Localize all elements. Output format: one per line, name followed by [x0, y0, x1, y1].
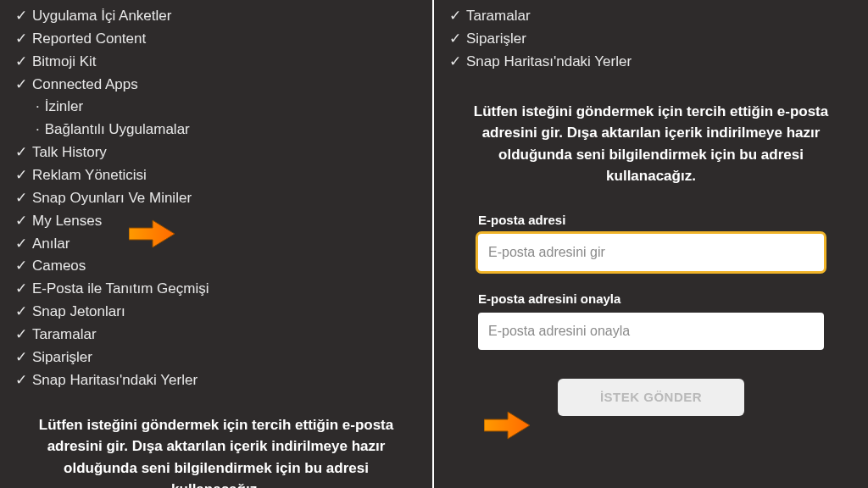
- list-item-label: E-Posta ile Tanıtım Geçmişi: [32, 278, 209, 301]
- list-item-label: Taramalar: [32, 324, 97, 347]
- list-item-label: Connected Apps: [32, 74, 138, 97]
- check-icon: ✓: [15, 74, 27, 97]
- list-item: ✓Reklam Yöneticisi: [15, 164, 417, 187]
- list-item-label: Talk History: [32, 141, 107, 164]
- confirm-email-input[interactable]: [478, 313, 824, 350]
- list-item-label: Uygulama İçi Anketler: [32, 5, 171, 28]
- list-item: ✓Anılar: [15, 233, 417, 256]
- list-item-label: Cameos: [32, 255, 86, 278]
- check-icon: ✓: [15, 141, 27, 164]
- check-icon: ✓: [15, 28, 27, 51]
- list-item-label: İzinler: [45, 98, 83, 114]
- bullet-icon: ·: [36, 121, 40, 137]
- list-item: ✓My Lenses: [15, 210, 417, 233]
- check-icon: ✓: [449, 51, 461, 74]
- list-item-label: My Lenses: [32, 210, 102, 233]
- list-item: ✓Snap Haritası'ndaki Yerler: [449, 51, 853, 74]
- list-item: ✓Siparişler: [15, 347, 417, 369]
- list-sub-item: ·İzinler: [15, 96, 417, 119]
- confirm-email-field-group: E-posta adresini onayla: [449, 291, 853, 350]
- check-icon: ✓: [15, 187, 27, 210]
- list-item: ✓Taramalar: [449, 5, 853, 28]
- check-icon: ✓: [15, 51, 27, 74]
- check-icon: ✓: [15, 369, 27, 392]
- email-input[interactable]: [478, 234, 824, 271]
- confirm-email-label: E-posta adresini onayla: [478, 291, 824, 306]
- check-icon: ✓: [15, 255, 27, 278]
- list-item-label: Reklam Yöneticisi: [32, 164, 147, 187]
- instruction-text-left: Lütfen isteğini göndermek için tercih et…: [15, 414, 417, 488]
- data-types-list-left: ✓Uygulama İçi Anketler✓Reported Content✓…: [15, 5, 417, 392]
- list-item: ✓Snap Haritası'ndaki Yerler: [15, 369, 417, 392]
- bullet-icon: ·: [36, 98, 40, 114]
- list-item-label: Snap Haritası'ndaki Yerler: [32, 369, 198, 392]
- check-icon: ✓: [15, 5, 27, 28]
- instruction-text-right: Lütfen isteğini göndermek için tercih et…: [449, 101, 853, 187]
- list-sub-item: ·Bağlantılı Uygulamalar: [15, 119, 417, 141]
- list-item-label: Reported Content: [32, 28, 146, 51]
- list-item: ✓Reported Content: [15, 28, 417, 51]
- list-item: ✓E-Posta ile Tanıtım Geçmişi: [15, 278, 417, 301]
- list-item-label: Siparişler: [32, 347, 92, 369]
- list-item: ✓Talk History: [15, 141, 417, 164]
- check-icon: ✓: [449, 5, 461, 28]
- list-item: ✓Siparişler: [449, 28, 853, 51]
- check-icon: ✓: [15, 278, 27, 301]
- list-item: ✓Bitmoji Kit: [15, 51, 417, 74]
- list-item-label: Bağlantılı Uygulamalar: [45, 121, 190, 137]
- check-icon: ✓: [15, 301, 27, 324]
- list-item-label: Snap Haritası'ndaki Yerler: [466, 51, 632, 74]
- list-item-label: Siparişler: [466, 28, 526, 51]
- list-item: ✓Snap Oyunları Ve Miniler: [15, 187, 417, 210]
- list-item: ✓Uygulama İçi Anketler: [15, 5, 417, 28]
- check-icon: ✓: [15, 164, 27, 187]
- check-icon: ✓: [15, 210, 27, 233]
- check-icon: ✓: [15, 324, 27, 347]
- list-item: ✓Taramalar: [15, 324, 417, 347]
- submit-request-button[interactable]: İSTEK GÖNDER: [558, 379, 744, 416]
- check-icon: ✓: [449, 28, 461, 51]
- highlight-arrow-icon: [129, 219, 175, 249]
- data-types-list-right: ✓Taramalar✓Siparişler✓Snap Haritası'ndak…: [449, 5, 853, 74]
- list-item-label: Snap Jetonları: [32, 301, 125, 324]
- list-item: ✓Connected Apps: [15, 74, 417, 97]
- check-icon: ✓: [15, 233, 27, 256]
- check-icon: ✓: [15, 347, 27, 369]
- email-field-group: E-posta adresi: [449, 213, 853, 271]
- list-item: ✓Cameos: [15, 255, 417, 278]
- highlight-arrow-icon: [484, 410, 530, 441]
- left-panel: ✓Uygulama İçi Anketler✓Reported Content✓…: [0, 0, 434, 488]
- list-item-label: Bitmoji Kit: [32, 51, 97, 74]
- list-item-label: Snap Oyunları Ve Miniler: [32, 187, 192, 210]
- email-label: E-posta adresi: [478, 213, 824, 227]
- list-item-label: Taramalar: [466, 5, 531, 28]
- list-item-label: Anılar: [32, 233, 70, 256]
- list-item: ✓Snap Jetonları: [15, 301, 417, 324]
